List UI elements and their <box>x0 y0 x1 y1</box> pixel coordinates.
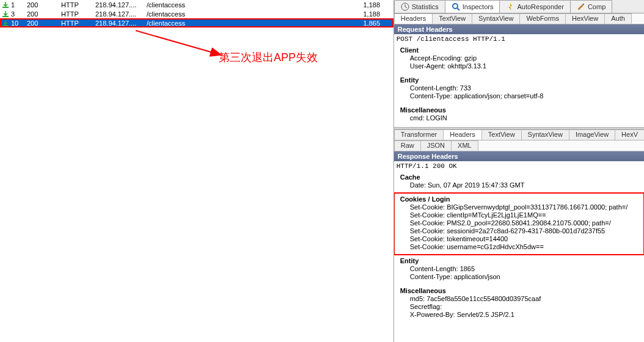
svg-line-7 <box>405 7 407 8</box>
tab-inspectors-label: Inspectors <box>463 3 494 10</box>
annotation-text: 第三次退出APP失效 <box>219 50 318 65</box>
request-subtabs: HeadersTextViewSyntaxViewWebFormsHexView… <box>394 13 644 24</box>
header-line[interactable]: Content-Length: 733 <box>397 84 642 92</box>
header-group: Miscellaneouscmd: LOGIN <box>394 104 644 126</box>
subtab-json[interactable]: JSON <box>420 140 452 151</box>
tab-statistics-label: Statistics <box>412 3 439 10</box>
header-line[interactable]: Set-Cookie: sessionid=2a27c8ad-6279-4317… <box>397 227 642 235</box>
tab-autoresponder[interactable]: AutoResponder <box>499 0 570 13</box>
tab-composer-label: Comp <box>588 3 606 10</box>
subtab-syntaxview[interactable]: SyntaxView <box>521 129 569 140</box>
subtab-imageview[interactable]: ImageView <box>569 129 615 140</box>
svg-rect-1 <box>2 16 9 17</box>
header-group: EntityContent-Length: 1865Content-Type: … <box>394 255 644 285</box>
cell: 218.94.127.... <box>95 10 147 18</box>
cell: 1,188 <box>348 10 384 18</box>
cell: 10 <box>10 20 27 27</box>
group-title: Client <box>397 45 642 54</box>
subtab-transformer[interactable]: Transformer <box>394 129 444 140</box>
svg-rect-12 <box>583 4 584 5</box>
cell: 200 <box>27 1 61 9</box>
header-group: CacheDate: Sun, 07 Apr 2019 15:47:33 GMT <box>394 171 644 193</box>
header-line[interactable]: Secretflag: <box>397 303 642 311</box>
header-group: EntityContent-Length: 733Content-Type: a… <box>394 74 644 104</box>
pencil-icon <box>577 2 585 11</box>
header-line[interactable]: cmd: LOGIN <box>397 114 642 122</box>
subtab-headers[interactable]: Headers <box>443 129 482 140</box>
cell: HTTP <box>61 1 95 9</box>
tab-composer[interactable]: Comp <box>570 0 612 13</box>
tab-autoresponder-label: AutoResponder <box>517 3 563 10</box>
header-line[interactable]: Set-Cookie: BIGipServernwydptgl_pool=331… <box>397 203 642 211</box>
download-icon <box>1 2 10 8</box>
header-line[interactable]: Set-Cookie: username=cG1zdHdvcXh5dw== <box>397 243 642 251</box>
download-icon <box>1 20 10 26</box>
svg-rect-2 <box>2 25 9 26</box>
request-headers-bar: Request Headers <box>394 24 644 34</box>
cell: HTTP <box>61 20 95 27</box>
header-line[interactable]: md5: 7ac5ef8a550e11cc554800d03975caaf <box>397 295 642 303</box>
table-row[interactable]: 3200HTTP218.94.127..../clientaccess1,188 <box>0 9 393 18</box>
header-group: Cookies / LoginSet-Cookie: BIGipServernw… <box>394 193 644 255</box>
table-row[interactable]: 1200HTTP218.94.127..../clientaccess1,188 <box>0 0 393 9</box>
svg-marker-11 <box>578 4 584 10</box>
cell: 1 <box>10 1 27 9</box>
header-group: Miscellaneousmd5: 7ac5ef8a550e11cc554800… <box>394 285 644 322</box>
header-line[interactable]: Content-Type: application/json <box>397 273 642 281</box>
header-line[interactable]: User-Agent: okhttp/3.13.1 <box>397 62 642 70</box>
svg-rect-0 <box>2 7 9 8</box>
cell: /clientaccess <box>147 1 348 9</box>
header-line[interactable]: Content-Type: application/json; charset=… <box>397 92 642 100</box>
group-title: Entity <box>397 75 642 84</box>
bolt-icon <box>506 2 514 11</box>
subtab-textview[interactable]: TextView <box>481 129 522 140</box>
header-line[interactable]: Content-Length: 1865 <box>397 265 642 273</box>
svg-point-8 <box>453 4 458 9</box>
subtab-auth[interactable]: Auth <box>604 13 632 24</box>
cell: 1,188 <box>348 1 384 9</box>
clock-icon <box>401 2 409 11</box>
subtab-webforms[interactable]: WebForms <box>519 13 566 24</box>
subtab-headers[interactable]: Headers <box>394 13 433 24</box>
header-line[interactable]: Set-Cookie: tokentimeout=14400 <box>397 235 642 243</box>
tab-statistics[interactable]: Statistics <box>394 0 445 13</box>
subtab-hexv[interactable]: HexV <box>615 129 644 140</box>
subtab-raw[interactable]: Raw <box>394 140 421 151</box>
subtab-syntaxview[interactable]: SyntaxView <box>472 13 520 24</box>
cell: 200 <box>27 10 61 18</box>
table-row[interactable]: 10200HTTP218.94.127..../clientaccess1,86… <box>0 18 393 27</box>
response-headers-panel[interactable]: HTTP/1.1 200 OK CacheDate: Sun, 07 Apr 2… <box>394 161 644 342</box>
subtab-hexview[interactable]: HexView <box>565 13 605 24</box>
header-line[interactable]: Accept-Encoding: gzip <box>397 54 642 62</box>
group-title: Miscellaneous <box>397 286 642 295</box>
svg-marker-10 <box>508 3 512 10</box>
tab-inspectors[interactable]: Inspectors <box>445 0 500 13</box>
subtab-xml[interactable]: XML <box>451 140 478 151</box>
session-list[interactable]: 1200HTTP218.94.127..../clientaccess1,188… <box>0 0 393 27</box>
cell: 218.94.127.... <box>95 1 147 9</box>
cell: 1,865 <box>348 20 384 27</box>
header-group: ClientAccept-Encoding: gzipUser-Agent: o… <box>394 44 644 74</box>
svg-line-4 <box>136 31 221 55</box>
group-title: Cookies / Login <box>397 194 642 203</box>
download-icon <box>1 11 10 17</box>
svg-line-9 <box>457 8 459 10</box>
header-line[interactable]: Set-Cookie: PMS2.0_pool=22680.58041.2908… <box>397 219 642 227</box>
response-subtabs-row2: RawJSONXML <box>394 140 644 151</box>
group-title: Cache <box>397 172 642 181</box>
cell: /clientaccess <box>147 10 348 18</box>
group-title: Miscellaneous <box>397 105 642 114</box>
group-title: Entity <box>397 256 642 265</box>
response-headers-bar: Response Headers <box>394 151 644 161</box>
request-headers-panel[interactable]: POST /clientaccess HTTP/1.1 ClientAccept… <box>394 34 644 127</box>
header-line[interactable]: Date: Sun, 07 Apr 2019 15:47:33 GMT <box>397 181 642 189</box>
right-pane: Statistics Inspectors AutoResponder Comp <box>394 0 644 342</box>
header-line[interactable]: X-Powered-By: Servlet/2.5 JSP/2.1 <box>397 311 642 319</box>
subtab-textview[interactable]: TextView <box>432 13 472 24</box>
cell: /clientaccess <box>147 20 348 27</box>
response-raw-line: HTTP/1.1 200 OK <box>394 161 644 171</box>
header-line[interactable]: Set-Cookie: clientIp=MTcyLjE2Ljg1LjE1MQ=… <box>397 211 642 219</box>
cell: HTTP <box>61 10 95 18</box>
response-subtabs-row1: TransformerHeadersTextViewSyntaxViewImag… <box>394 129 644 140</box>
top-tabs: Statistics Inspectors AutoResponder Comp <box>394 0 644 13</box>
